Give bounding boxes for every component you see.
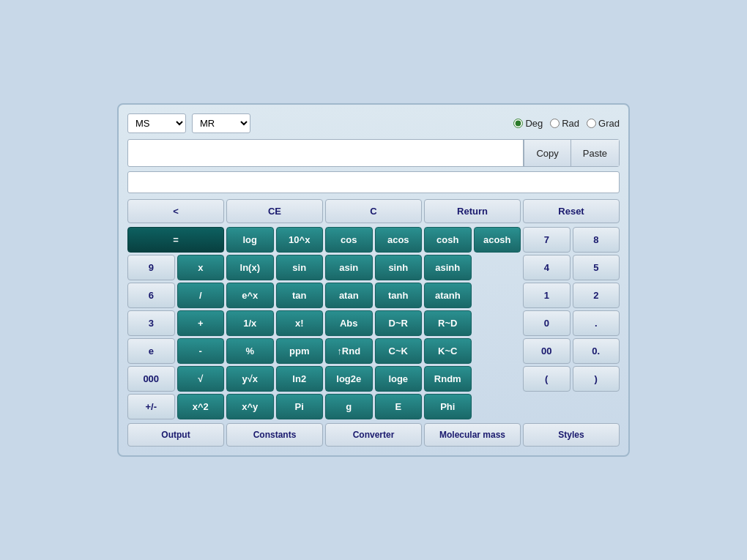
key-acos[interactable]: acos — [375, 227, 423, 253]
grad-radio-label[interactable]: Grad — [587, 118, 620, 129]
key-phi[interactable]: Phi — [424, 394, 472, 419]
key-open-paren[interactable]: ( — [523, 366, 571, 392]
key-0dot[interactable]: 0. — [573, 338, 620, 364]
key-dot[interactable]: . — [573, 310, 620, 336]
key-7[interactable]: 7 — [523, 227, 571, 253]
ms-dropdown[interactable]: MS M+ M- — [127, 113, 186, 133]
deg-radio[interactable] — [513, 119, 523, 128]
key-sqrt[interactable]: √ — [177, 366, 225, 392]
backspace-button[interactable]: < — [127, 199, 224, 223]
grad-label: Grad — [598, 118, 620, 129]
empty-5 — [474, 366, 521, 392]
key-multiply[interactable]: x — [177, 255, 225, 280]
expression-display — [127, 171, 620, 193]
tab-converter[interactable]: Converter — [325, 423, 422, 447]
key-asin[interactable]: asin — [325, 255, 373, 280]
mr-dropdown[interactable]: MR MC — [192, 113, 250, 133]
key-10px[interactable]: 10^x — [276, 227, 324, 253]
key-cos[interactable]: cos — [325, 227, 373, 253]
key-000[interactable]: 000 — [127, 366, 175, 392]
bottom-tabs: Output Constants Converter Molecular mas… — [127, 423, 620, 447]
key-plus[interactable]: + — [177, 310, 225, 336]
tab-styles[interactable]: Styles — [523, 423, 620, 447]
key-log[interactable]: log — [226, 227, 274, 253]
c-button[interactable]: C — [325, 199, 422, 223]
rad-radio[interactable] — [550, 119, 560, 128]
paste-button[interactable]: Paste — [571, 140, 619, 166]
key-sinh[interactable]: sinh — [375, 255, 423, 280]
key-xpy[interactable]: x^y — [226, 394, 274, 419]
key-0[interactable]: 0 — [523, 310, 571, 336]
key-atanh[interactable]: atanh — [424, 283, 472, 308]
key-asinh[interactable]: asinh — [424, 255, 472, 280]
display-area: Copy Paste — [127, 139, 620, 167]
key-tan[interactable]: tan — [276, 283, 324, 308]
key-1[interactable]: 1 — [523, 283, 571, 308]
key-8[interactable]: 8 — [573, 227, 620, 253]
mr-dropdown-wrap: MR MC — [192, 113, 250, 133]
key-e-const[interactable]: e — [127, 338, 175, 364]
key-acosh[interactable]: acosh — [474, 227, 521, 253]
top-bar: MS M+ M- MR MC Deg Rad Grad — [127, 113, 620, 133]
key-minus[interactable]: - — [177, 338, 225, 364]
key-6[interactable]: 6 — [127, 283, 175, 308]
key-3[interactable]: 3 — [127, 310, 175, 336]
key-reciprocal[interactable]: 1/x — [226, 310, 274, 336]
key-2[interactable]: 2 — [573, 283, 620, 308]
key-5[interactable]: 5 — [573, 255, 620, 280]
key-close-paren[interactable]: ) — [573, 366, 620, 392]
key-ktoc[interactable]: K~C — [424, 338, 472, 364]
key-E-sci[interactable]: E — [375, 394, 423, 419]
rad-radio-label[interactable]: Rad — [550, 118, 579, 129]
key-expx[interactable]: e^x — [226, 283, 274, 308]
key-g[interactable]: g — [325, 394, 373, 419]
key-log2e[interactable]: log2e — [325, 366, 373, 392]
reset-button[interactable]: Reset — [523, 199, 620, 223]
return-button[interactable]: Return — [424, 199, 521, 223]
key-ln2[interactable]: ln2 — [276, 366, 324, 392]
display-input[interactable] — [128, 140, 523, 166]
key-loge[interactable]: loge — [375, 366, 423, 392]
angle-group: Deg Rad Grad — [513, 118, 620, 129]
tab-output[interactable]: Output — [127, 423, 224, 447]
ms-dropdown-wrap: MS M+ M- — [127, 113, 186, 133]
key-4[interactable]: 4 — [523, 255, 571, 280]
empty-2 — [474, 283, 521, 308]
key-xsq[interactable]: x^2 — [177, 394, 225, 419]
key-percent[interactable]: % — [226, 338, 274, 364]
key-ysqrtx[interactable]: y√x — [226, 366, 274, 392]
key-9[interactable]: 9 — [127, 255, 175, 280]
key-divide[interactable]: / — [177, 283, 225, 308]
key-tanh[interactable]: tanh — [375, 283, 423, 308]
calculator: MS M+ M- MR MC Deg Rad Grad — [117, 103, 630, 457]
key-round-up[interactable]: ↑Rnd — [325, 338, 373, 364]
key-pi[interactable]: Pi — [276, 394, 324, 419]
grad-radio[interactable] — [587, 119, 596, 128]
control-row: < CE C Return Reset — [127, 199, 620, 223]
empty-3 — [474, 310, 521, 336]
key-ctok[interactable]: C~K — [375, 338, 423, 364]
key-negate[interactable]: +/- — [127, 394, 175, 419]
key-random[interactable]: Rndm — [424, 366, 472, 392]
key-factorial[interactable]: x! — [276, 310, 324, 336]
ce-button[interactable]: CE — [226, 199, 323, 223]
deg-radio-label[interactable]: Deg — [513, 118, 543, 129]
deg-label: Deg — [525, 118, 543, 129]
key-rtod[interactable]: R~D — [424, 310, 472, 336]
empty-6 — [474, 394, 521, 419]
tab-constants[interactable]: Constants — [226, 423, 323, 447]
key-sin[interactable]: sin — [276, 255, 324, 280]
empty-4 — [474, 338, 521, 364]
copy-paste-group: Copy Paste — [523, 140, 619, 166]
tab-molecular-mass[interactable]: Molecular mass — [424, 423, 521, 447]
key-equals[interactable]: = — [127, 227, 224, 253]
key-lnx[interactable]: ln(x) — [226, 255, 274, 280]
empty-1 — [474, 255, 521, 280]
key-atan[interactable]: atan — [325, 283, 373, 308]
key-abs[interactable]: Abs — [325, 310, 373, 336]
key-cosh[interactable]: cosh — [424, 227, 472, 253]
copy-button[interactable]: Copy — [524, 140, 570, 166]
key-dtor[interactable]: D~R — [375, 310, 423, 336]
key-ppm[interactable]: ppm — [276, 338, 324, 364]
key-00[interactable]: 00 — [523, 338, 571, 364]
